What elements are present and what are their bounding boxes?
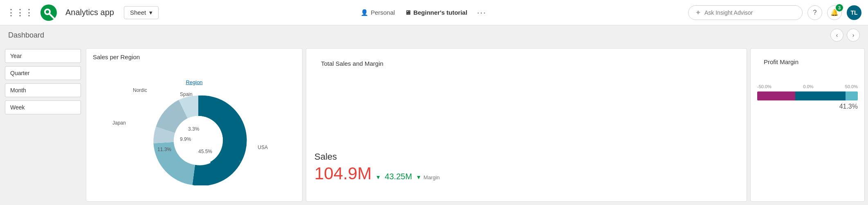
- filter-week[interactable]: Week: [5, 100, 81, 114]
- profit-bar-light: [846, 91, 858, 100]
- sidebar: Year Quarter Month Week: [0, 45, 86, 205]
- margin-arrow-icon: ▾: [417, 173, 420, 181]
- profit-margin-title: Profit Margin: [757, 53, 858, 68]
- app-name: Analytics app: [65, 8, 114, 17]
- axis-left: -50.0%: [757, 84, 772, 89]
- profit-margin-panel: Profit Margin -50.0% 0.0% 50.0% 41.3%: [750, 48, 865, 202]
- margin-value: 43.25M: [385, 172, 412, 181]
- nav-right: ✦ ? 🔔 3 TL: [688, 5, 861, 20]
- question-icon: ?: [813, 9, 817, 16]
- chart-center: [153, 95, 247, 185]
- sales-label: Sales: [314, 152, 738, 164]
- margin-label: Margin: [424, 174, 440, 180]
- dashboard-nav: ‹ ›: [830, 29, 860, 42]
- down-arrow-icon: ▾: [377, 173, 380, 181]
- insight-advisor-bar[interactable]: ✦: [688, 5, 803, 20]
- profit-bar-magenta: [757, 91, 795, 100]
- usa-pct: 45.5%: [198, 149, 212, 154]
- panels-area: Sales per Region Region: [86, 45, 868, 205]
- other-pct: 9.9%: [180, 136, 191, 142]
- insight-advisor-input[interactable]: [704, 9, 796, 16]
- qlik-logo[interactable]: [40, 4, 57, 21]
- profit-bar-teal: [795, 91, 846, 100]
- tutorial-button[interactable]: 🖥 Beginner's tutorial: [405, 9, 467, 16]
- profit-axis: -50.0% 0.0% 50.0%: [757, 84, 858, 89]
- sales-main-value: 104.9M: [314, 164, 372, 183]
- dashboard-title: Dashboard: [8, 31, 44, 40]
- sales-value-row: 104.9M ▾ 43.25M ▾ Margin: [314, 164, 738, 183]
- grid-icon[interactable]: ⋮⋮⋮: [7, 7, 34, 18]
- svg-point-2: [46, 10, 49, 13]
- notification-badge: 3: [836, 4, 843, 11]
- sales-per-region-panel: Sales per Region Region: [86, 48, 303, 202]
- help-button[interactable]: ?: [807, 5, 822, 20]
- spain-pct: 3.3%: [188, 126, 199, 132]
- total-sales-panel: Total Sales and Margin Sales 104.9M ▾ 43…: [306, 48, 747, 202]
- japan-pct: 11.3%: [157, 147, 171, 152]
- monitor-icon: 🖥: [405, 9, 411, 16]
- filter-month[interactable]: Month: [5, 83, 81, 97]
- profit-value: 41.3%: [757, 103, 858, 110]
- chevron-down-icon: ▾: [149, 9, 153, 16]
- avatar[interactable]: TL: [847, 5, 861, 20]
- region-legend-label: Region: [186, 79, 202, 85]
- personal-button[interactable]: 👤 Personal: [361, 9, 395, 16]
- sparkle-icon: ✦: [695, 8, 701, 17]
- more-menu-button[interactable]: ···: [477, 8, 487, 17]
- nordic-label: Nordic: [133, 87, 147, 93]
- sales-region-title: Sales per Region: [86, 49, 302, 63]
- profit-bar: [757, 91, 858, 100]
- nav-center: 👤 Personal 🖥 Beginner's tutorial ···: [164, 8, 683, 17]
- axis-center: 0.0%: [803, 84, 813, 89]
- filter-quarter[interactable]: Quarter: [5, 66, 81, 80]
- person-icon: 👤: [361, 9, 368, 16]
- prev-sheet-button[interactable]: ‹: [830, 29, 843, 42]
- donut-chart-svg: [108, 79, 280, 185]
- axis-right: 50.0%: [845, 84, 858, 89]
- next-sheet-button[interactable]: ›: [847, 29, 860, 42]
- total-sales-title: Total Sales and Margin: [314, 55, 738, 69]
- spain-label: Spain: [180, 91, 193, 97]
- topnav: ⋮⋮⋮ Analytics app Sheet ▾ 👤 Personal 🖥 B…: [0, 0, 868, 25]
- filter-year[interactable]: Year: [5, 49, 81, 63]
- notification-button[interactable]: 🔔 3: [827, 5, 842, 20]
- sales-region-chart: Region: [86, 63, 302, 201]
- sheet-label: Sheet: [130, 9, 146, 16]
- usa-label: USA: [258, 145, 268, 150]
- dashboard-header: Dashboard ‹ ›: [0, 25, 868, 45]
- japan-label: Japan: [112, 120, 126, 126]
- sheet-dropdown[interactable]: Sheet ▾: [124, 6, 159, 19]
- main-content: Year Quarter Month Week Sales per Region…: [0, 45, 868, 205]
